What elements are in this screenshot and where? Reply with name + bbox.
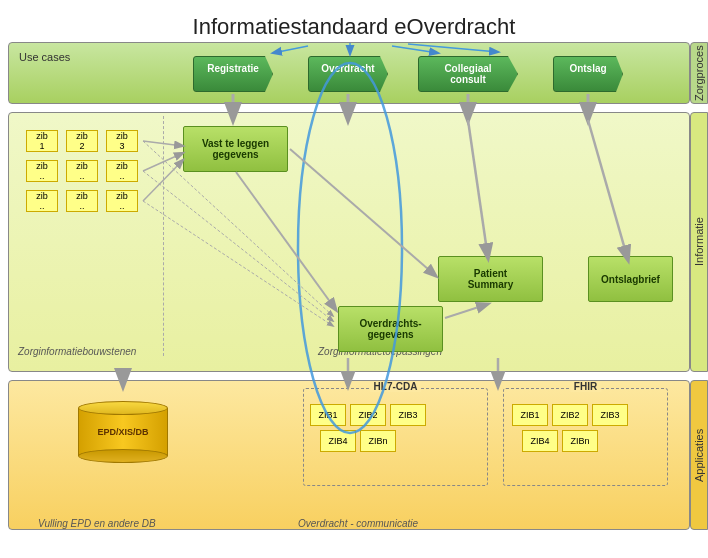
zib-box-5: zib.. [66,160,98,182]
zorginformatiebouwstenen-label: Zorginformatiebouwstenen [18,346,136,357]
app-zibn-hl7: ZIBn [360,430,396,452]
app-zib2-fhir: ZIB2 [552,404,588,426]
use-cases-label: Use cases [19,51,70,63]
ontslag-button[interactable]: Ontslag [553,56,623,92]
hl7-cda-label: HL7-CDA [370,381,422,392]
app-zib4-fhir: ZIB4 [522,430,558,452]
overdrachtsgegevens-box: Overdrachts-gegevens [338,306,443,352]
app-zibn-fhir: ZIBn [562,430,598,452]
vast-te-leggen-box: Vast te leggengegevens [183,126,288,172]
zib-box-9: zib.. [106,190,138,212]
app-zib3-fhir: ZIB3 [592,404,628,426]
overdracht-button[interactable]: Overdracht [308,56,388,92]
app-zib2-hl7: ZIB2 [350,404,386,426]
zorgproces-row-label: Zorgproces [690,42,708,104]
ontslagbrief-box: Ontslagbrief [588,256,673,302]
app-zib3-hl7: ZIB3 [390,404,426,426]
zib-box-4: zib.. [26,160,58,182]
collegiaal-button[interactable]: Collegiaal consult [418,56,518,92]
zib-box-3: zib3 [106,130,138,152]
app-zib4-hl7: ZIB4 [320,430,356,452]
patient-summary-box: PatientSummary [438,256,543,302]
registratie-button[interactable]: Registratie [193,56,273,92]
divider-line [163,116,164,356]
vulling-epd-label: Vulling EPD en andere DB [38,518,156,529]
applicaties-row-label: Applicaties [690,380,708,530]
app-zib1-fhir: ZIB1 [512,404,548,426]
informatie-row-label: Informatie [690,112,708,372]
fhir-label: FHIR [570,381,601,392]
zib-box-6: zib.. [106,160,138,182]
overdracht-communicatie-label: Overdracht - communicatie [298,518,418,529]
zib-box-8: zib.. [66,190,98,212]
zib-box-2: zib2 [66,130,98,152]
zib-box-7: zib.. [26,190,58,212]
zib-box-1: zib1 [26,130,58,152]
app-zib1-hl7: ZIB1 [310,404,346,426]
epd-cylinder: EPD/XIS/DB [78,394,168,470]
